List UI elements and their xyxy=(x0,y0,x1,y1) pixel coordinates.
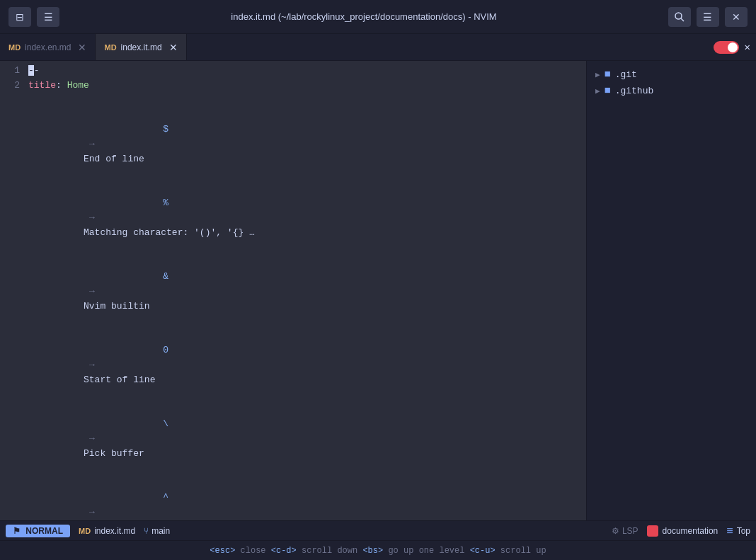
status-filename: index.it.md xyxy=(94,526,135,536)
main-area: 1 2 -- title: Home $ → End of line % → M… xyxy=(0,61,756,520)
keybinding-spacer xyxy=(28,93,580,108)
cursor: - xyxy=(28,65,34,76)
status-top: ≡ Top xyxy=(726,525,750,537)
tab-close-it[interactable]: ✕ xyxy=(169,42,178,53)
folder-icon-github: ■ xyxy=(605,85,611,97)
doc-color-swatch xyxy=(647,525,658,537)
minimize-button[interactable]: ⊟ xyxy=(8,7,31,27)
search-button[interactable] xyxy=(668,7,691,27)
bs-desc: go up one level xyxy=(388,546,469,556)
list-button[interactable]: ☰ xyxy=(697,7,719,27)
tab-bar-close[interactable]: ✕ xyxy=(745,41,750,53)
folder-name-git: .git xyxy=(615,69,637,80)
tabbar: MD index.en.md ✕ MD index.it.md ✕ ✕ xyxy=(0,34,756,61)
editor-line-2: title: Home xyxy=(28,79,580,93)
close-button[interactable]: ✕ xyxy=(725,7,748,27)
tab-label-en: index.en.md xyxy=(25,42,71,52)
tab-label-it: index.it.md xyxy=(121,42,162,52)
file-type-icon: MD xyxy=(79,527,91,535)
toggle-switch[interactable] xyxy=(714,41,739,54)
line-num-2: 2 xyxy=(8,79,20,93)
sidebar: ▶ ■ .git ▶ ■ .github xyxy=(586,61,756,520)
lsp-gear-icon: ⚙ xyxy=(612,526,619,536)
tab-icon-en: MD xyxy=(8,43,21,52)
editor: 1 2 -- title: Home $ → End of line % → M… xyxy=(0,61,586,520)
editor-line-1: -- xyxy=(28,64,580,79)
kb-line-0: $ → End of line xyxy=(28,108,580,181)
top-label: Top xyxy=(737,526,750,536)
cd-desc: scroll down xyxy=(302,546,362,556)
status-doc: documentation xyxy=(647,525,718,537)
titlebar: ⊟ ☰ index.it.md (~/lab/rockylinux_projec… xyxy=(0,0,756,34)
tab-close-en[interactable]: ✕ xyxy=(78,42,86,53)
tab-icon-it: MD xyxy=(104,43,116,52)
status-git: ⑂ main xyxy=(144,526,170,536)
status-right: ⚙ LSP documentation ≡ Top xyxy=(612,525,750,537)
git-branch-name: main xyxy=(151,526,170,536)
cmdbar: <esc> close <c-d> scroll down <bs> go up… xyxy=(0,540,756,560)
statusbar: ⚑ NORMAL MD index.it.md ⑂ main ⚙ LSP doc… xyxy=(0,520,756,540)
tab-toggle-area: ✕ xyxy=(714,41,756,54)
svg-point-0 xyxy=(675,13,682,19)
sidebar-item-github[interactable]: ▶ ■ .github xyxy=(587,83,756,99)
tab-index-en[interactable]: MD index.en.md ✕ xyxy=(0,34,96,60)
cmdbar-text: <esc> close <c-d> scroll down <bs> go up… xyxy=(210,546,546,556)
code-area[interactable]: -- title: Home $ → End of line % → Match… xyxy=(28,64,586,518)
svg-line-1 xyxy=(681,18,684,21)
expand-arrow-git: ▶ xyxy=(595,70,600,79)
lsp-label: LSP xyxy=(622,526,638,536)
expand-arrow-github: ▶ xyxy=(595,86,600,96)
status-file: MD index.it.md xyxy=(79,526,135,536)
esc-desc: close xyxy=(241,546,271,556)
cd-key: <c-d> xyxy=(271,546,297,556)
kb-line-3: 0 → Start of line xyxy=(28,328,580,402)
kb-line-4: \ → Pick buffer xyxy=(28,402,580,476)
mode-label: NORMAL xyxy=(25,526,63,536)
cu-key: <c-u> xyxy=(470,546,496,556)
titlebar-right: ☰ ✕ xyxy=(668,7,748,27)
folder-name-github: .github xyxy=(615,86,654,96)
top-icon: ≡ xyxy=(726,525,733,537)
line-numbers: 1 2 xyxy=(0,64,28,518)
kb-line-5: ^ → Start of line (non-blank) xyxy=(28,476,580,520)
cu-desc: scroll up xyxy=(500,546,546,556)
editor-content: 1 2 -- title: Home $ → End of line % → M… xyxy=(0,61,586,520)
toggle-knob xyxy=(728,42,738,52)
folder-icon-git: ■ xyxy=(605,69,611,81)
sidebar-item-git[interactable]: ▶ ■ .git xyxy=(587,67,756,83)
line-num-1: 1 xyxy=(8,64,20,79)
tab-index-it[interactable]: MD index.it.md ✕ xyxy=(96,34,186,60)
vim-icon: ⚑ xyxy=(13,526,21,536)
titlebar-left: ⊟ ☰ xyxy=(8,7,59,27)
status-lsp: ⚙ LSP xyxy=(612,526,638,536)
window-title: index.it.md (~/lab/rockylinux_project/do… xyxy=(231,11,496,22)
menu-button[interactable]: ☰ xyxy=(37,7,59,27)
git-branch-icon: ⑂ xyxy=(144,526,149,536)
kb-line-1: % → Matching character: '()', '{} … xyxy=(28,181,580,255)
doc-label: documentation xyxy=(663,526,718,536)
kb-line-2: & → Nvim builtin xyxy=(28,255,580,328)
esc-key: <esc> xyxy=(210,546,235,556)
bs-key: <bs> xyxy=(362,546,383,556)
status-mode: ⚑ NORMAL xyxy=(6,525,70,537)
